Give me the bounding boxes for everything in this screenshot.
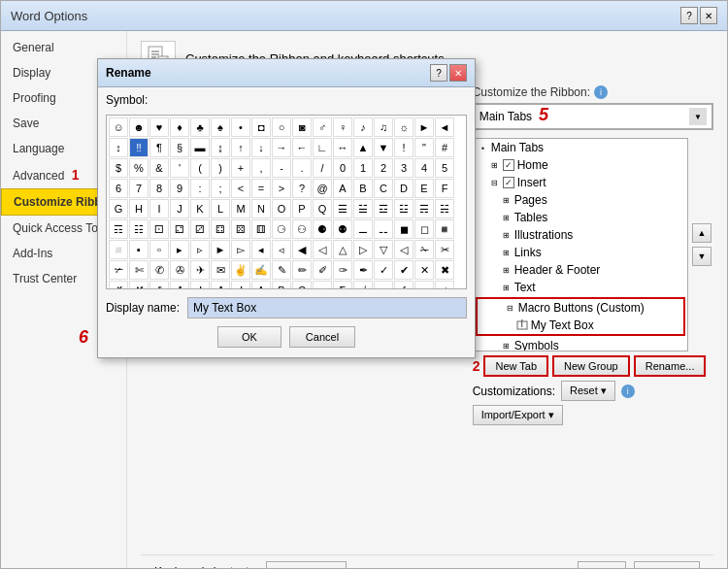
symbol-cell[interactable]: ♥ [149,117,169,137]
symbol-cell[interactable]: M [231,199,250,218]
symbol-cell[interactable]: ☺ [109,117,128,137]
symbol-cell[interactable]: ⚀ [149,219,169,239]
symbol-cell[interactable]: ← [292,138,312,157]
symbol-cell[interactable]: ◼ [394,219,414,239]
new-tab-button[interactable]: New Tab [483,355,548,377]
symbol-cell[interactable]: ↔ [333,138,352,157]
symbol-cell[interactable]: • [231,117,250,137]
cancel-button[interactable]: Cancel [634,561,700,568]
symbol-cell[interactable]: ↓ [251,138,271,157]
symbol-cell[interactable]: Q [313,199,332,218]
symbol-cell[interactable]: ▼ [374,138,393,157]
symbol-cell[interactable]: ◁ [313,240,332,259]
symbol-cell[interactable]: # [435,138,454,157]
symbol-cell[interactable]: ⚁ [170,219,189,239]
symbol-cell[interactable]: 3 [394,158,414,178]
symbol-cell[interactable]: N [251,199,271,218]
symbol-cell[interactable]: ✂ [435,240,454,259]
symbol-cell[interactable]: ⚉ [333,219,352,239]
symbol-cell[interactable]: ✗ [109,281,128,289]
symbol-cell[interactable]: → [272,138,291,157]
symbol-cell[interactable]: ✇ [170,260,189,280]
symbol-cell[interactable]: ≠ [435,281,454,289]
symbol-cell[interactable]: ◂ [251,240,271,259]
symbol-cell[interactable]: ▬ [190,138,210,157]
symbol-cell[interactable]: ✄ [129,260,149,280]
symbol-cell[interactable]: 5 [435,158,454,178]
symbol-cell[interactable]: D [394,179,414,198]
symbol-cell[interactable]: ▻ [231,240,250,259]
symbol-cell[interactable]: O [272,199,291,218]
symbol-cell[interactable]: C [374,179,393,198]
symbol-cell[interactable]: ; [211,179,230,198]
move-up-button[interactable]: ▲ [692,223,711,243]
symbol-cell[interactable]: ¶ [149,138,169,157]
symbol-cell[interactable]: 4 [414,158,434,178]
symbol-cell[interactable]: ☼ [394,117,414,137]
symbol-cell[interactable]: ◃ [272,240,291,259]
symbol-cell[interactable]: & [149,158,169,178]
symbol-grid[interactable]: ☺☻♥♦♣♠•◘○◙♂♀♪♫☼►◄↕‼¶§▬↨↑↓→←∟↔▲▼!"#$%&'()… [106,115,467,289]
symbol-cell[interactable]: , [251,158,271,178]
symbol-cell[interactable]: ✏ [292,260,312,280]
symbol-cell[interactable]: ♦ [170,117,189,137]
ribbon-info-icon[interactable]: i [594,85,608,99]
symbol-cell[interactable]: ☷ [129,219,149,239]
symbol-cell[interactable]: ◻ [414,219,434,239]
symbol-cell[interactable]: ' [170,158,189,178]
symbol-cell[interactable]: ↨ [211,138,230,157]
symbol-cell[interactable]: △ [333,240,352,259]
customize-shortcuts-button[interactable]: Customize... [266,561,347,568]
symbol-cell[interactable]: ✆ [149,260,169,280]
symbol-cell[interactable]: Σ [333,281,352,289]
symbol-cell[interactable]: J [170,199,189,218]
tree-symbols[interactable]: ⊞ Symbols [474,337,687,351]
symbol-cell[interactable]: ☵ [435,199,454,218]
symbol-cell[interactable]: ♪ [353,117,373,137]
symbol-cell[interactable]: ◁ [394,240,414,259]
symbol-cell[interactable]: ◀ [292,240,312,259]
symbol-cell[interactable]: ⚆ [272,219,291,239]
symbol-cell[interactable]: ✝ [231,281,250,289]
ribbon-dropdown-arrow[interactable]: ▼ [689,108,707,125]
symbol-cell[interactable]: ⚄ [231,219,250,239]
symbol-cell[interactable]: ✃ [109,260,128,280]
symbol-cell[interactable]: H [129,199,149,218]
tree-home[interactable]: ⊞ Home [474,156,687,174]
symbol-cell[interactable]: √ [353,281,373,289]
symbol-cell[interactable]: 6 [109,179,128,198]
symbol-cell[interactable]: ✛ [190,281,210,289]
symbol-cell[interactable]: ☻ [129,117,149,137]
tree-text[interactable]: ⊞ Text [474,279,687,296]
symbol-cell[interactable]: ◙ [292,117,312,137]
symbol-cell[interactable]: ✈ [190,260,210,280]
symbol-cell[interactable]: $ [109,158,128,178]
symbol-cell[interactable]: " [414,138,434,157]
symbol-cell[interactable]: . [292,158,312,178]
symbol-cell[interactable]: E [414,179,434,198]
tree-illustrations[interactable]: ⊞ Illustrations [474,226,687,244]
ok-button[interactable]: OK [578,561,626,568]
symbol-cell[interactable]: 7 [129,179,149,198]
rename-help-button[interactable]: ? [430,64,447,82]
symbol-cell[interactable]: ◽ [109,240,128,259]
symbol-cell[interactable]: - [272,158,291,178]
symbol-cell[interactable]: ∟ [313,138,332,157]
symbol-cell[interactable]: A [251,281,271,289]
symbol-cell[interactable]: ☲ [374,199,393,218]
symbol-cell[interactable]: ✉ [211,260,230,280]
symbol-cell[interactable]: ✘ [129,281,149,289]
symbol-cell[interactable]: ∞ [374,281,393,289]
symbol-cell[interactable]: § [170,138,189,157]
symbol-cell[interactable]: ☳ [394,199,414,218]
symbol-cell[interactable]: ∫ [394,281,414,289]
customizations-info-icon[interactable]: i [621,385,635,398]
symbol-cell[interactable]: ✐ [313,260,332,280]
symbol-cell[interactable]: ► [211,240,230,259]
symbol-cell[interactable]: ✒ [353,260,373,280]
symbol-cell[interactable]: < [231,179,250,198]
symbol-cell[interactable]: ⚅ [251,219,271,239]
symbol-cell[interactable]: I [149,199,169,218]
symbol-cell[interactable]: ☴ [414,199,434,218]
symbol-cell[interactable]: % [129,158,149,178]
